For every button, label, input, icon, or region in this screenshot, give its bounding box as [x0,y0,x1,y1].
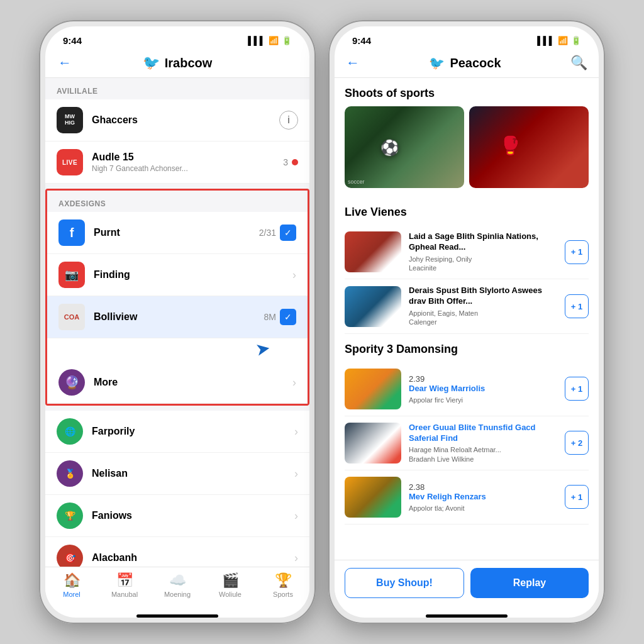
audle-item[interactable]: LIVE Audle 15 Nigh 7 Ganceath Achonser..… [45,142,309,184]
purnt-name: Purnt [94,227,250,238]
alacbanh-text: Alacbanh [92,552,286,564]
spority-add-2[interactable]: + 2 [565,431,589,455]
right-status-bar: 9:44 ▌▌▌ 📶 🔋 [335,26,599,50]
live-title-2: Derais Spust Bith Slylorto Aswees drav B… [409,286,557,307]
left-peacock-icon: 🐦 [143,55,160,71]
battery-icon: 🔋 [282,36,292,45]
nav-manubal[interactable]: 📅 Manubal [98,572,151,598]
nelisan-chevron: › [294,467,298,480]
nav-more-label: Morel [63,591,80,598]
left-time: 9:44 [63,35,82,46]
right-back-button[interactable]: ← [346,55,360,71]
finding-item[interactable]: 📷 Finding › [47,254,308,296]
audle-dot [292,159,298,165]
live-info-2: Derais Spust Bith Slylorto Aswees drav B… [409,286,557,326]
spority-info-3: 2.38 Mev Religh Renzars Appolor tla; Avo… [409,482,557,512]
ghaccers-icon: MWHIG [57,107,83,133]
nav-more[interactable]: 🏠 Morel [45,572,98,598]
live-info-1: Laid a Sage Blith Spinlia Nations, Gphea… [409,231,557,272]
nelisan-icon: 🏅 [57,460,83,487]
phones-container: 9:44 ▌▌▌ 📶 🔋 ← 🐦 Irabcow AVILILALE [39,20,605,624]
replay-button[interactable]: Replay [470,568,589,598]
live-add-btn-2[interactable]: + 1 [565,294,589,318]
live-sub-2: Appionit, Eagis, Maten Calenger [409,309,557,327]
right-signal-icon: ▌▌▌ [537,36,555,45]
nav-sports-label: Sports [273,591,293,598]
home-nav-icon: 🏠 [64,572,80,589]
ghaccers-item[interactable]: MWHIG Ghaccers i [45,99,309,142]
nelisan-name: Nelisan [92,468,286,479]
right-status-icons: ▌▌▌ 📶 🔋 [537,36,581,45]
right-screen: 9:44 ▌▌▌ 📶 🔋 ← 🐦 Peacock 🔍 Shoots [335,26,599,618]
sp-name-2: Oreer Guual Blite Tnunsfid Gacd Saferial… [409,423,557,444]
alacbanh-chevron: › [294,552,298,565]
purnt-item[interactable]: f Purnt 2/31 ✓ [47,212,308,254]
sp-sub-3: Appolor tla; Avonit [409,504,557,512]
audle-count: 3 [283,157,288,167]
farporily-item[interactable]: 🌐 Farporily › [45,411,309,453]
left-content: AVILILALE MWHIG Ghaccers i LIVE [45,78,309,567]
more-icon: 🔮 [58,369,85,396]
left-home-indicator [136,614,218,618]
live-title: Live Vienes [335,197,599,225]
finding-icon-emoji: 📷 [65,268,79,282]
farporily-name: Farporily [92,426,286,437]
available-label: AVILILALE [45,78,309,99]
nav-woliule[interactable]: 🎬 Woliule [204,572,257,598]
spority-item-3[interactable]: 2.38 Mev Religh Renzars Appolor tla; Avo… [345,470,589,525]
audle-right: 3 [283,157,298,167]
wifi-icon: 📶 [269,36,279,45]
live-item-1[interactable]: Laid a Sage Blith Spinlia Nations, Gphea… [345,225,589,279]
signal-icon: ▌▌▌ [248,36,265,45]
right-content: Shoots of sports soccer Live Vienes Laid… [335,78,599,560]
nelisan-item[interactable]: 🏅 Nelisan › [45,453,309,495]
purnt-icon: f [58,219,85,246]
left-back-button[interactable]: ← [58,55,72,71]
purnt-right: 2/31 ✓ [259,225,296,241]
faniows-chevron: › [294,509,298,523]
sp-sub-2a: Harage Mina Reloalt Aetmar... [409,446,557,453]
bolliview-item[interactable]: COA Bolliview 8M ✓ [47,296,308,338]
sp-price-3: 2.38 [409,482,557,492]
live-sub-1: Johy Resiping, Onily Leacinite [409,255,557,273]
more-chevron: › [292,376,296,389]
sports-nav-icon: 🏆 [275,572,292,589]
nav-manubal-label: Manubal [111,591,138,598]
right-battery-icon: 🔋 [571,36,581,45]
spority-add-3[interactable]: + 1 [565,485,589,509]
audle-name: Audle 15 [92,152,274,163]
moening-nav-icon: ☁️ [169,572,186,589]
more-item[interactable]: 🔮 More › [47,362,308,404]
alacbanh-item[interactable]: 🎯 Alacbanh › [45,537,309,567]
spority-info-2: Oreer Guual Blite Tnunsfid Gacd Saferial… [409,423,557,463]
left-status-icons: ▌▌▌ 📶 🔋 [248,36,292,45]
live-thumb-1 [345,231,401,272]
ghaccers-right: i [279,111,298,130]
live-item-2[interactable]: Derais Spust Bith Slylorto Aswees drav B… [345,279,589,333]
right-search-button[interactable]: 🔍 [570,55,587,71]
nav-moening[interactable]: ☁️ Moening [151,572,204,598]
manubal-nav-icon: 📅 [116,572,133,589]
nav-moening-label: Moening [164,591,191,598]
live-title-1: Laid a Sage Blith Spinlia Nations, Gphea… [409,231,557,253]
nav-sports[interactable]: 🏆 Sports [257,572,309,598]
spority-item-2[interactable]: Oreer Guual Blite Tnunsfid Gacd Saferial… [345,416,589,470]
left-header-title: Irabcow [165,56,213,70]
more-name: More [94,377,284,388]
left-header-logo: 🐦 Irabcow [143,55,213,71]
live-add-btn-1[interactable]: + 1 [565,240,589,264]
faniows-icon: 🏆 [57,502,83,529]
woliule-nav-icon: 🎬 [222,572,239,589]
cursor-icon: ➤ [253,337,271,360]
left-header: ← 🐦 Irabcow [45,50,309,78]
bolliview-right: 8M ✓ [264,309,296,325]
sp-sub-2b: Bradanh Live Wilkine [409,455,557,463]
spority-item-1[interactable]: 2.39 Dear Wieg Marriolis Appolar firc Vi… [345,362,589,416]
spority-add-1[interactable]: + 1 [565,377,589,401]
faniows-item[interactable]: 🏆 Faniows › [45,495,309,537]
left-bottom-nav: 🏠 Morel 📅 Manubal ☁️ Moening 🎬 Woliule 🏆 [45,567,309,611]
right-time: 9:44 [352,35,371,46]
buy-button[interactable]: Buy Shoup! [345,568,464,598]
finding-right: › [292,269,296,282]
spority-title: Spority 3 Damonsing [335,334,599,362]
